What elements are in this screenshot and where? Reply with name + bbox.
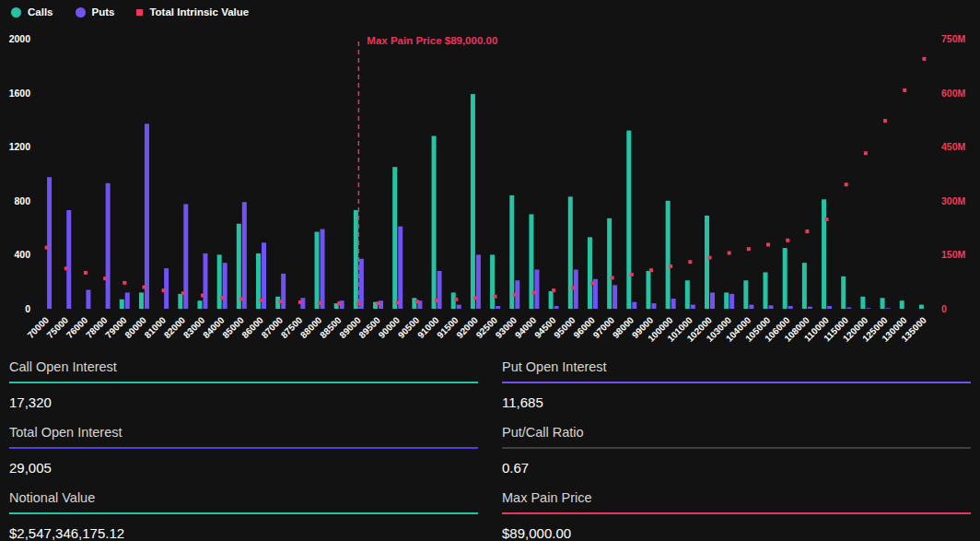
put-bar[interactable] xyxy=(846,308,851,309)
intrinsic-dot[interactable] xyxy=(649,268,653,272)
call-bar[interactable] xyxy=(392,167,397,309)
put-bar[interactable] xyxy=(866,308,870,309)
intrinsic-dot[interactable] xyxy=(260,299,263,302)
intrinsic-dot[interactable] xyxy=(611,276,614,279)
call-bar[interactable] xyxy=(626,131,631,309)
put-bar[interactable] xyxy=(281,274,286,309)
intrinsic-dot[interactable] xyxy=(571,286,575,289)
put-bar[interactable] xyxy=(496,306,500,309)
intrinsic-dot[interactable] xyxy=(766,242,770,246)
intrinsic-dot[interactable] xyxy=(298,300,302,304)
call-bar[interactable] xyxy=(685,280,690,309)
intrinsic-dot[interactable] xyxy=(513,293,517,297)
put-bar[interactable] xyxy=(321,229,325,309)
call-bar[interactable] xyxy=(881,298,885,309)
put-bar[interactable] xyxy=(476,254,481,309)
intrinsic-dot[interactable] xyxy=(142,286,146,289)
call-bar[interactable] xyxy=(900,300,904,309)
put-bar[interactable] xyxy=(886,308,891,309)
put-bar[interactable] xyxy=(398,227,402,309)
put-bar[interactable] xyxy=(749,305,753,309)
call-bar[interactable] xyxy=(139,292,144,309)
intrinsic-dot[interactable] xyxy=(454,298,458,301)
put-bar[interactable] xyxy=(86,289,90,309)
put-bar[interactable] xyxy=(457,305,461,309)
put-bar[interactable] xyxy=(671,299,676,309)
intrinsic-dot[interactable] xyxy=(922,57,926,61)
intrinsic-dot[interactable] xyxy=(162,288,166,292)
put-bar[interactable] xyxy=(710,292,715,309)
put-bar[interactable] xyxy=(242,202,247,309)
call-bar[interactable] xyxy=(354,210,358,309)
call-bar[interactable] xyxy=(666,201,671,309)
call-bar[interactable] xyxy=(705,216,709,309)
put-bar[interactable] xyxy=(788,306,793,309)
call-bar[interactable] xyxy=(783,248,788,309)
call-bar[interactable] xyxy=(646,271,650,309)
call-bar[interactable] xyxy=(841,276,846,309)
call-bar[interactable] xyxy=(568,196,573,309)
call-bar[interactable] xyxy=(607,218,612,309)
intrinsic-dot[interactable] xyxy=(845,182,848,186)
put-bar[interactable] xyxy=(145,123,149,309)
intrinsic-dot[interactable] xyxy=(532,290,536,294)
call-bar[interactable] xyxy=(549,291,554,309)
put-bar[interactable] xyxy=(47,177,52,309)
call-bar[interactable] xyxy=(764,272,768,309)
call-bar[interactable] xyxy=(197,300,202,309)
put-bar[interactable] xyxy=(632,302,636,309)
call-bar[interactable] xyxy=(432,135,437,309)
intrinsic-dot[interactable] xyxy=(805,229,809,233)
legend-item-intrinsic[interactable]: Total Intrinsic Value xyxy=(136,6,249,18)
intrinsic-dot[interactable] xyxy=(747,247,751,251)
intrinsic-dot[interactable] xyxy=(552,288,555,292)
intrinsic-dot[interactable] xyxy=(396,300,400,304)
intrinsic-dot[interactable] xyxy=(708,256,712,260)
intrinsic-dot[interactable] xyxy=(786,239,789,242)
intrinsic-dot[interactable] xyxy=(473,296,477,300)
intrinsic-dot[interactable] xyxy=(201,294,204,298)
intrinsic-dot[interactable] xyxy=(279,300,283,303)
put-bar[interactable] xyxy=(534,270,539,309)
put-bar[interactable] xyxy=(203,253,207,309)
intrinsic-dot[interactable] xyxy=(883,119,887,123)
intrinsic-dot[interactable] xyxy=(220,296,224,300)
intrinsic-dot[interactable] xyxy=(415,300,419,303)
call-bar[interactable] xyxy=(529,214,533,309)
put-bar[interactable] xyxy=(769,305,774,309)
call-bar[interactable] xyxy=(237,224,241,309)
put-bar[interactable] xyxy=(691,305,695,309)
intrinsic-dot[interactable] xyxy=(494,295,497,299)
intrinsic-dot[interactable] xyxy=(239,297,243,300)
call-bar[interactable] xyxy=(217,254,222,309)
call-bar[interactable] xyxy=(724,292,729,309)
intrinsic-dot[interactable] xyxy=(590,281,594,285)
intrinsic-dot[interactable] xyxy=(64,266,68,270)
intrinsic-dot[interactable] xyxy=(181,291,185,295)
intrinsic-dot[interactable] xyxy=(669,265,672,268)
intrinsic-dot[interactable] xyxy=(377,301,380,305)
put-bar[interactable] xyxy=(612,285,617,309)
intrinsic-dot[interactable] xyxy=(825,218,829,221)
intrinsic-dot[interactable] xyxy=(728,251,731,254)
intrinsic-dot[interactable] xyxy=(318,301,321,305)
put-bar[interactable] xyxy=(164,268,169,309)
intrinsic-dot[interactable] xyxy=(103,276,107,280)
put-bar[interactable] xyxy=(729,294,734,309)
call-bar[interactable] xyxy=(822,199,826,309)
intrinsic-dot[interactable] xyxy=(337,301,341,305)
intrinsic-dot[interactable] xyxy=(630,273,634,276)
intrinsic-dot[interactable] xyxy=(435,299,438,302)
call-bar[interactable] xyxy=(860,297,865,309)
intrinsic-dot[interactable] xyxy=(84,271,88,275)
intrinsic-dot[interactable] xyxy=(45,246,49,250)
put-bar[interactable] xyxy=(438,271,442,309)
call-bar[interactable] xyxy=(743,280,748,309)
put-bar[interactable] xyxy=(827,306,832,309)
call-bar[interactable] xyxy=(919,305,924,309)
intrinsic-dot[interactable] xyxy=(903,88,906,92)
call-bar[interactable] xyxy=(588,237,592,309)
put-bar[interactable] xyxy=(66,210,71,309)
intrinsic-dot[interactable] xyxy=(864,151,868,155)
call-bar[interactable] xyxy=(315,231,320,309)
